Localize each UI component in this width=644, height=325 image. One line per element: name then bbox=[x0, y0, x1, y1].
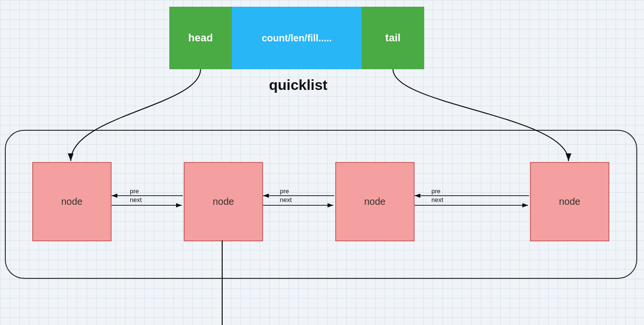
next-text-3-4: next bbox=[431, 196, 443, 203]
diagram-container: head count/len/fill..... tail quicklist … bbox=[0, 0, 644, 325]
node-1-label: node bbox=[61, 196, 83, 207]
quicklist-header: head count/len/fill..... tail bbox=[169, 7, 424, 69]
node-1: node bbox=[32, 162, 112, 241]
quicklist-label: quicklist bbox=[231, 77, 366, 93]
node-3: node bbox=[335, 162, 415, 241]
next-text-2-3: next bbox=[280, 196, 292, 203]
pre-label-1-2: pre bbox=[130, 188, 139, 195]
node-4-label: node bbox=[559, 196, 581, 207]
tail-cell: tail bbox=[362, 7, 424, 69]
pre-label-3-4: pre bbox=[431, 188, 441, 195]
pre-text-2-3: pre bbox=[280, 188, 289, 195]
middle-cell: count/len/fill..... bbox=[232, 7, 362, 69]
pre-text-3-4: pre bbox=[431, 188, 441, 195]
next-label-3-4: next bbox=[431, 196, 443, 203]
node-3-label: node bbox=[364, 196, 386, 207]
node-2: node bbox=[184, 162, 263, 241]
next-label-2-3: next bbox=[280, 196, 292, 203]
node-2-label: node bbox=[213, 196, 234, 207]
head-cell: head bbox=[169, 7, 232, 69]
next-text-1-2: next bbox=[130, 196, 142, 203]
nodes-container: node node node node bbox=[5, 130, 637, 279]
next-label-1-2: next bbox=[130, 196, 142, 203]
pre-text-1-2: pre bbox=[130, 188, 139, 195]
pre-label-2-3: pre bbox=[280, 188, 289, 195]
node-4: node bbox=[530, 162, 609, 241]
